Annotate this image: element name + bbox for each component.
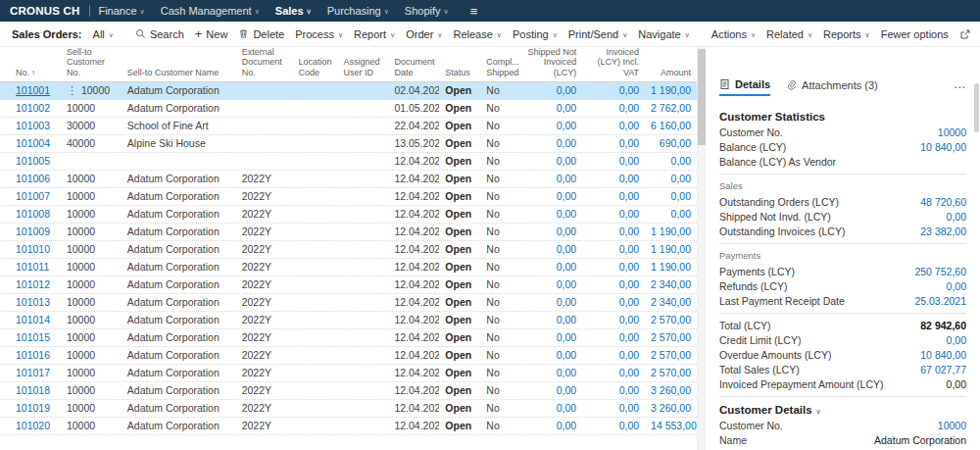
share-icon[interactable] (959, 28, 971, 40)
cell[interactable]: 0,00 (519, 188, 582, 205)
fewer-options-button[interactable]: Fewer options (881, 28, 949, 40)
column-header-no[interactable]: No.↑ (0, 68, 61, 78)
cell[interactable]: 0,00 (582, 259, 645, 275)
table-row[interactable]: 10101910000Adatum Corporation2022Y12.04.… (0, 400, 697, 418)
cell[interactable]: 1 190,00 (645, 224, 697, 240)
field-value[interactable]: 10 840,00 (920, 141, 966, 153)
cell[interactable]: 101013 (0, 294, 61, 311)
field-value[interactable]: 0,00 (947, 280, 966, 292)
cell[interactable]: 2 570,00 (645, 347, 697, 364)
field-value[interactable]: 250 752,60 (914, 266, 966, 277)
cell[interactable]: 0,00 (519, 329, 582, 346)
cell[interactable]: 1 190,00 (645, 241, 697, 258)
menu-actions[interactable]: Actions∨ (711, 28, 756, 40)
cell[interactable]: 3 260,00 (645, 382, 697, 399)
field-value[interactable]: 48 720,60 (920, 196, 966, 208)
cell[interactable]: 101020 (0, 418, 61, 434)
view-filter-dropdown[interactable]: All ∨ (93, 28, 114, 40)
cell[interactable]: 101014 (0, 312, 61, 328)
table-row[interactable]: 10100610000Adatum Corporation2022Y12.04.… (0, 171, 697, 188)
menu-process[interactable]: Process∨ (295, 28, 343, 40)
cell[interactable]: 0,00 (582, 206, 645, 223)
cell[interactable]: 101016 (0, 347, 61, 364)
table-row[interactable]: 10100910000Adatum Corporation2022Y12.04.… (0, 224, 697, 241)
new-button[interactable]: + New (195, 27, 228, 40)
cell[interactable]: 0,00 (519, 400, 582, 417)
cell[interactable]: 0,00 (519, 224, 582, 240)
cell[interactable]: 0,00 (582, 135, 645, 152)
company-name[interactable]: CRONUS CH (10, 5, 79, 17)
field-value[interactable]: 10000 (938, 420, 966, 431)
table-row[interactable]: 10100440000Alpine Ski House13.05.2021Ope… (0, 135, 697, 153)
table-row[interactable]: 10101010000Adatum Corporation2022Y12.04.… (0, 241, 697, 259)
table-row[interactable]: 10101710000Adatum Corporation2022Y12.04.… (0, 365, 697, 382)
cell[interactable]: 0,00 (519, 418, 582, 434)
factbox-scrollbar-thumb[interactable] (974, 83, 979, 132)
cell[interactable]: 101007 (0, 188, 61, 205)
cell[interactable]: 101015 (0, 329, 61, 346)
section-title[interactable]: Customer Details∨ (719, 403, 966, 418)
menu-posting[interactable]: Posting∨ (513, 28, 558, 40)
field-value[interactable]: 25.03.2021 (914, 295, 966, 307)
cell[interactable]: 0,00 (582, 276, 645, 293)
tab-attachments[interactable]: Attachments (3) (786, 79, 878, 95)
cell[interactable]: 0,00 (582, 329, 645, 346)
cell[interactable]: 0,00 (582, 312, 645, 328)
table-row[interactable]: 10101810000Adatum Corporation2022Y12.04.… (0, 382, 697, 400)
cell[interactable]: 0,00 (519, 347, 582, 364)
cell[interactable]: 101008 (0, 206, 61, 223)
menu-related[interactable]: Related∨ (766, 28, 812, 40)
cell[interactable]: 0,00 (645, 206, 697, 223)
table-row[interactable]: 10100810000Adatum Corporation2022Y12.04.… (0, 206, 697, 224)
cell[interactable]: 0,00 (519, 382, 582, 399)
cell[interactable]: 0,00 (519, 259, 582, 275)
table-row[interactable]: 10102010000Adatum Corporation2022Y12.04.… (0, 418, 697, 435)
cell[interactable]: 0,00 (645, 171, 697, 187)
cell[interactable]: 1 190,00 (645, 259, 697, 275)
vertical-scrollbar[interactable] (698, 47, 706, 450)
cell[interactable]: 0,00 (582, 171, 645, 187)
delete-button[interactable]: Delete (238, 28, 284, 40)
cell[interactable]: 0,00 (582, 294, 645, 311)
cell[interactable]: 0,00 (582, 188, 645, 205)
menu-print-send[interactable]: Print/Send∨ (568, 28, 628, 40)
cell[interactable]: 0,00 (519, 153, 582, 170)
field-value[interactable]: 10000 (938, 126, 966, 138)
row-menu-icon[interactable]: ⋮ (67, 84, 77, 96)
cell[interactable]: 0,00 (519, 135, 582, 152)
cell[interactable]: 0,00 (582, 224, 645, 240)
column-header-assigned-user-id[interactable]: Assigned User ID (338, 57, 389, 78)
tab-details[interactable]: Details (719, 78, 770, 96)
cell[interactable]: 0,00 (519, 118, 582, 134)
nav-item-finance[interactable]: Finance∨ (98, 5, 144, 17)
menu-order[interactable]: Order∨ (406, 28, 442, 40)
cell[interactable]: 14 553,00 (645, 418, 697, 434)
cell[interactable]: 0,00 (582, 153, 645, 170)
cell[interactable]: 0,00 (519, 171, 582, 187)
field-value[interactable]: 67 027,77 (920, 364, 966, 375)
field-value[interactable]: 0,00 (947, 334, 966, 346)
search-button[interactable]: Search (135, 28, 184, 40)
field-value[interactable]: 23 382,00 (920, 225, 966, 237)
cell[interactable]: 0,00 (582, 418, 645, 434)
cell[interactable]: 6 160,00 (645, 118, 697, 134)
cell[interactable]: 101003 (0, 118, 61, 134)
table-row[interactable]: 10101410000Adatum Corporation2022Y12.04.… (0, 312, 697, 329)
cell[interactable]: 2 570,00 (645, 329, 697, 346)
column-header-amount[interactable]: Amount (645, 68, 697, 78)
cell[interactable]: 101012 (0, 276, 61, 293)
column-header-sell-to-customer-no[interactable]: Sell-to Customer No. (61, 47, 122, 78)
table-row[interactable]: 10101210000Adatum Corporation2022Y12.04.… (0, 276, 697, 294)
cell[interactable]: 0,00 (519, 100, 582, 117)
cell[interactable]: 2 340,00 (645, 276, 697, 293)
hamburger-menu-icon[interactable]: ≡ (470, 4, 477, 19)
menu-reports[interactable]: Reports∨ (823, 28, 870, 40)
cell[interactable]: 690,00 (645, 135, 697, 152)
table-row[interactable]: 101001⋮10000Adatum Corporation02.04.2021… (0, 82, 697, 100)
nav-item-purchasing[interactable]: Purchasing∨ (327, 5, 389, 17)
cell[interactable]: 101005 (0, 153, 61, 170)
column-header-amount-shipped-not-invoiced-lcy-incl-vat[interactable]: Amount Shipped Not Invoiced (LCY) Incl. … (582, 47, 645, 78)
column-header-sell-to-customer-name[interactable]: Sell-to Customer Name (122, 68, 236, 78)
column-header-status[interactable]: Status (439, 68, 480, 78)
cell[interactable]: 3 260,00 (645, 400, 697, 417)
